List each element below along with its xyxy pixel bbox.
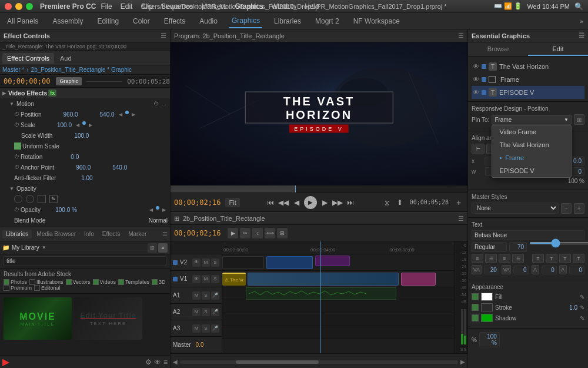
eg-tab-edit[interactable]: Edit xyxy=(528,42,588,56)
monitor-add[interactable]: + xyxy=(453,197,464,208)
ec-scale-val[interactable]: 100.0 xyxy=(36,122,72,128)
ec-scale[interactable]: ⏱ Scale 100.0 ◀ ▶ xyxy=(0,120,170,130)
ec-anchor[interactable]: ⏱ Anchor Point 960.0 540.0 xyxy=(0,162,170,173)
ec-op-left[interactable]: ◀ xyxy=(148,206,155,213)
eg-fill-check[interactable] xyxy=(472,293,479,300)
fullscreen-button[interactable] xyxy=(26,3,33,10)
ec-scale-stopwatch[interactable]: ⏱ xyxy=(14,122,19,128)
tl-tool-4[interactable]: ⟺ xyxy=(265,228,275,238)
monitor-next-frame[interactable]: ▶▶ xyxy=(332,197,343,208)
tl-tool-3[interactable]: ↕ xyxy=(252,228,263,238)
lib-sort-icon[interactable]: ≡ xyxy=(163,358,168,366)
tl-tool-5[interactable]: ⊞ xyxy=(277,228,288,238)
pin-option-frame[interactable]: •Frame xyxy=(492,151,571,164)
filter-templates-cb[interactable] xyxy=(118,279,124,285)
eg-stroke-check[interactable] xyxy=(472,304,479,311)
ec-scale-right[interactable]: ▶ xyxy=(87,121,94,128)
eg-font-style[interactable]: Regular xyxy=(472,242,507,252)
monitor-play-button[interactable]: ▶ xyxy=(304,196,317,209)
ec-rot-stopwatch[interactable]: ⏱ xyxy=(14,154,19,160)
filter-illustrations-cb[interactable] xyxy=(29,279,35,285)
ec-pos-left[interactable]: ◀ xyxy=(117,111,124,118)
eg-stroke-color[interactable] xyxy=(481,303,493,311)
eg-shadow-color[interactable] xyxy=(481,314,493,322)
lib-filter-illustrations[interactable]: Illustrations xyxy=(29,279,64,285)
minimize-button[interactable] xyxy=(15,3,22,10)
ec-rot-val[interactable]: 0.0 xyxy=(44,154,79,160)
track-v2-content[interactable] xyxy=(222,254,455,271)
ec-opacity-row[interactable]: ⏱ Opacity 100.0 % ◀ ▶ xyxy=(0,204,170,215)
monitor-step-back[interactable]: ◀ xyxy=(291,197,302,208)
v2-m-icon[interactable]: M xyxy=(202,258,210,267)
eg-layer-vast-horizon[interactable]: 👁 T The Vast Horizon xyxy=(472,60,584,73)
ec-anchor-x[interactable]: 960.0 xyxy=(55,164,91,171)
menu-edit[interactable]: Edit xyxy=(121,2,133,11)
pin-option-video-frame[interactable]: Video Frame xyxy=(492,125,571,138)
a1-clip[interactable] xyxy=(246,287,397,300)
ec-position[interactable]: ⏱ Position 960.0 540.0 ◀ ▶ xyxy=(0,109,170,120)
eg-fill-edit[interactable]: ✎ xyxy=(580,294,584,300)
v1-sync-icon[interactable]: S xyxy=(211,275,219,283)
nav-mogrt2[interactable]: Mogrt 2 xyxy=(313,15,342,28)
nav-assembly[interactable]: Assembly xyxy=(50,15,85,28)
filter-videos-cb[interactable] xyxy=(93,279,99,285)
lib-tab-marker[interactable]: Marker xyxy=(125,230,150,238)
a1-mic[interactable]: 🎤 xyxy=(211,291,219,300)
tl-scroll-thumb[interactable] xyxy=(236,360,319,364)
filter-editorial-cb[interactable] xyxy=(34,285,40,291)
tab-btn-6[interactable]: T xyxy=(546,254,557,263)
a2-m[interactable]: M xyxy=(192,308,201,316)
lib-grid[interactable]: MOVIE MAIN TITLE Edit Your Title TEXT HE… xyxy=(0,294,170,355)
eg-font-size-slider[interactable] xyxy=(529,242,588,244)
pin-option-vast-horizon[interactable]: The Vast Horizon xyxy=(492,138,571,151)
timeline-tracks-right[interactable]: 00;00;00;00 00;00;04;00 00;00;08;00 ⚠ Th… xyxy=(222,241,455,353)
eg-content[interactable]: 👁 T The Vast Horizon 👁 Frame 👁 T xyxy=(468,57,588,368)
tl-menu-icon[interactable]: ☰ xyxy=(458,215,464,223)
justify-btn[interactable]: ☰ xyxy=(512,254,524,263)
filter-premium-cb[interactable] xyxy=(4,285,9,291)
lib-play-icon[interactable]: ▶ xyxy=(2,356,9,367)
monitor-skip-back[interactable]: ⏮ xyxy=(265,197,276,208)
lib-menu-icon[interactable]: ☰ xyxy=(162,231,168,237)
lib-filter-templates[interactable]: Templates xyxy=(118,279,149,285)
nav-color[interactable]: Color xyxy=(131,15,152,28)
a3-mic[interactable]: 🎤 xyxy=(211,324,219,333)
ec-op-right[interactable]: ▶ xyxy=(161,206,168,213)
lib-thumb-text[interactable]: Edit Your Title TEXT HERE xyxy=(74,297,142,340)
lib-filter-videos[interactable]: Videos xyxy=(93,279,116,285)
lib-grid-btn[interactable]: ⊞ xyxy=(148,243,157,253)
layer2-eye[interactable]: 👁 xyxy=(473,76,479,83)
tl-scroll-track[interactable] xyxy=(180,360,458,364)
v2-clip-blue[interactable] xyxy=(266,256,313,269)
track-v1-content[interactable]: ⚠ The Vast Horizon.png xyxy=(222,271,455,287)
v1-clip-pink[interactable] xyxy=(401,273,436,286)
ec-anchor-stopwatch[interactable]: ⏱ xyxy=(14,164,19,170)
tl-tool-2[interactable]: ✂ xyxy=(240,228,250,238)
eg-op-val[interactable]: 100 % xyxy=(479,332,500,347)
menu-file[interactable]: File xyxy=(101,2,112,11)
eg-layer-episode[interactable]: 👁 T EPISODE V xyxy=(472,86,584,99)
pin-toggle-btn[interactable]: ⊞ xyxy=(574,114,584,125)
ec-anchor-y[interactable]: 540.0 xyxy=(92,164,127,171)
v2-clip-purple[interactable] xyxy=(315,256,350,266)
eg-ms-minus[interactable]: − xyxy=(561,203,572,214)
eg-font-size[interactable]: 70 xyxy=(509,242,527,252)
v2-eye-icon[interactable]: 👁 xyxy=(192,258,201,267)
lib-filter-editorial[interactable]: Editorial xyxy=(34,285,61,291)
filter-3d-cb[interactable] xyxy=(152,279,158,285)
a1-s[interactable]: S xyxy=(202,291,210,300)
ec-opacity-val[interactable]: 100.0 % xyxy=(42,207,77,213)
filter-photos-cb[interactable] xyxy=(4,279,9,285)
v2-sync-icon[interactable]: S xyxy=(211,258,219,267)
v1-eye-icon[interactable]: 👁 xyxy=(192,275,201,283)
filter-vectors-cb[interactable] xyxy=(66,279,72,285)
lib-search-input[interactable] xyxy=(4,256,166,266)
monitor-prev-frame[interactable]: ◀◀ xyxy=(278,197,289,208)
monitor-step-fwd[interactable]: ▶ xyxy=(319,197,330,208)
monitor-fit-select[interactable]: Fit xyxy=(225,198,239,207)
eg-a2-val[interactable]: 0 xyxy=(569,266,584,274)
eg-pin-select-container[interactable]: Frame ▼ Video Frame The Vast Horizon •Fr… xyxy=(492,115,572,125)
ec-blend-val[interactable]: Normal xyxy=(149,217,168,224)
ec-tab-effect[interactable]: Effect Controls xyxy=(2,53,54,64)
monitor-timeline[interactable] xyxy=(171,185,467,193)
